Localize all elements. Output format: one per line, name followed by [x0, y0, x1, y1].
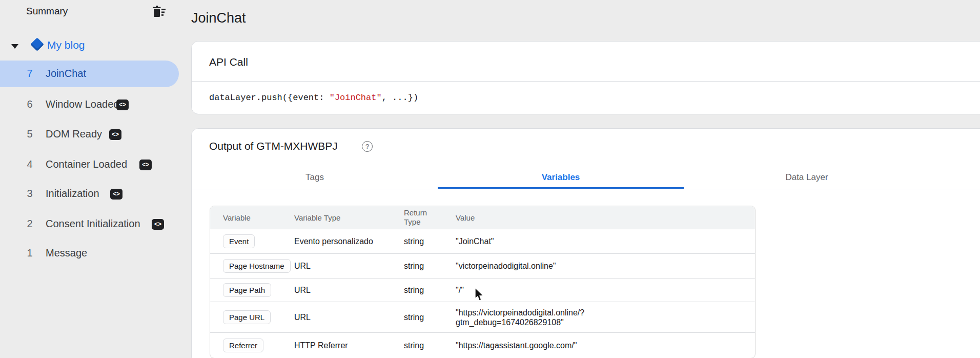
container-label: My blog	[47, 39, 85, 51]
code-badge-icon: <>	[109, 129, 121, 140]
variable-value: "https://victorpeinadodigital.online/?gt…	[456, 308, 630, 327]
code-badge-icon: <>	[139, 160, 152, 170]
event-label: DOM Ready	[46, 128, 102, 140]
sidebar-event-window-loaded[interactable]: 6 Window Loaded <>	[0, 98, 179, 113]
sidebar-event-container-loaded[interactable]: 4 Container Loaded <>	[0, 158, 179, 173]
table-row-referrer: Referrer HTTP Referrer string "https://t…	[210, 332, 755, 358]
variable-type: URL	[294, 262, 404, 271]
tabs-divider	[192, 189, 980, 189]
api-call-card: API Call dataLayer.push({event: "JoinCha…	[191, 41, 980, 114]
event-number: 5	[25, 128, 35, 140]
sidebar-event-initialization[interactable]: 3 Initialization <>	[0, 188, 179, 202]
event-number: 3	[25, 188, 35, 200]
help-icon[interactable]: ?	[362, 141, 373, 152]
variable-type: Evento personalizado	[294, 237, 404, 246]
tag-assistant-window: Summary My blog 7 JoinChat	[0, 0, 980, 358]
tab-data-layer[interactable]: Data Layer	[684, 169, 930, 189]
clear-events-icon[interactable]	[152, 5, 167, 20]
return-type: string	[404, 341, 456, 350]
table-row-page-hostname: Page Hostname URL string "victorpeinadod…	[210, 253, 755, 278]
summary-title[interactable]: Summary	[26, 6, 68, 17]
tab-tags[interactable]: Tags	[192, 169, 438, 189]
event-number: 7	[25, 68, 35, 79]
api-call-title: API Call	[209, 56, 248, 68]
event-label: JoinChat	[46, 68, 86, 79]
code-badge-icon: <>	[116, 100, 129, 110]
gtm-container-icon	[30, 37, 44, 51]
sidebar-event-dom-ready[interactable]: 5 DOM Ready <>	[0, 128, 179, 143]
output-title: Output of GTM-MXHWBPJ	[209, 140, 338, 152]
col-header-return-type: Return Type	[404, 208, 456, 227]
col-header-variable: Variable	[210, 213, 294, 222]
datalayer-push-code: dataLayer.push({event: "JoinChat", ...})	[209, 93, 418, 103]
event-label: Container Loaded	[46, 158, 127, 170]
output-tabs: Tags Variables Data Layer	[192, 169, 930, 189]
mouse-cursor	[474, 287, 485, 303]
variable-value: "victorpeinadodigital.online"	[456, 261, 630, 271]
return-type: string	[404, 262, 456, 271]
table-row-page-url: Page URL URL string "https://victorpeina…	[210, 302, 755, 332]
variable-chip[interactable]: Event	[223, 234, 255, 248]
event-number: 1	[25, 247, 35, 259]
variables-table: Variable Variable Type Return Type Value…	[210, 206, 756, 358]
event-number: 2	[25, 218, 35, 230]
sidebar-container-myblog[interactable]: My blog	[0, 38, 179, 54]
variable-chip[interactable]: Referrer	[223, 339, 263, 352]
code-suffix: , ...})	[382, 93, 418, 103]
col-header-variable-type: Variable Type	[294, 213, 404, 222]
code-event-string: "JoinChat"	[330, 93, 382, 103]
code-badge-icon: <>	[152, 219, 164, 230]
output-card: Output of GTM-MXHWBPJ ? Tags Variables D…	[191, 128, 980, 358]
event-label: Message	[46, 247, 87, 259]
code-badge-icon: <>	[110, 189, 122, 200]
table-row-event: Event Evento personalizado string "JoinC…	[210, 229, 755, 253]
page-title: JoinChat	[191, 10, 246, 26]
variable-value: "https://tagassistant.google.com/"	[456, 341, 630, 350]
table-header-row: Variable Variable Type Return Type Value	[210, 206, 755, 229]
tab-variables[interactable]: Variables	[438, 169, 684, 189]
return-type: string	[404, 237, 456, 246]
variable-value: "JoinChat"	[456, 236, 630, 246]
variable-type: HTTP Referrer	[294, 341, 404, 350]
sidebar-event-consent-initialization[interactable]: 2 Consent Initialization <>	[0, 218, 179, 232]
event-label: Initialization	[46, 188, 99, 200]
return-type: string	[404, 313, 456, 322]
variable-chip[interactable]: Page URL	[223, 310, 271, 324]
sidebar-event-joinchat[interactable]: 7 JoinChat	[0, 68, 179, 82]
sidebar-header: Summary	[0, 3, 179, 21]
code-prefix: dataLayer.push({event:	[209, 93, 330, 103]
event-label: Consent Initialization	[46, 218, 140, 230]
collapse-caret-icon[interactable]	[11, 44, 18, 49]
variable-chip[interactable]: Page Hostname	[223, 259, 291, 273]
sidebar-event-message[interactable]: 1 Message	[0, 247, 179, 262]
event-label: Window Loaded	[46, 98, 119, 110]
event-number: 4	[25, 158, 35, 170]
event-number: 6	[25, 98, 35, 110]
variable-chip[interactable]: Page Path	[223, 283, 271, 297]
sidebar: Summary My blog 7 JoinChat	[0, 0, 179, 358]
variable-type: URL	[294, 286, 404, 295]
col-header-value: Value	[456, 213, 743, 222]
return-type: string	[404, 286, 456, 295]
api-call-header: API Call	[192, 42, 980, 82]
variable-type: URL	[294, 313, 404, 322]
